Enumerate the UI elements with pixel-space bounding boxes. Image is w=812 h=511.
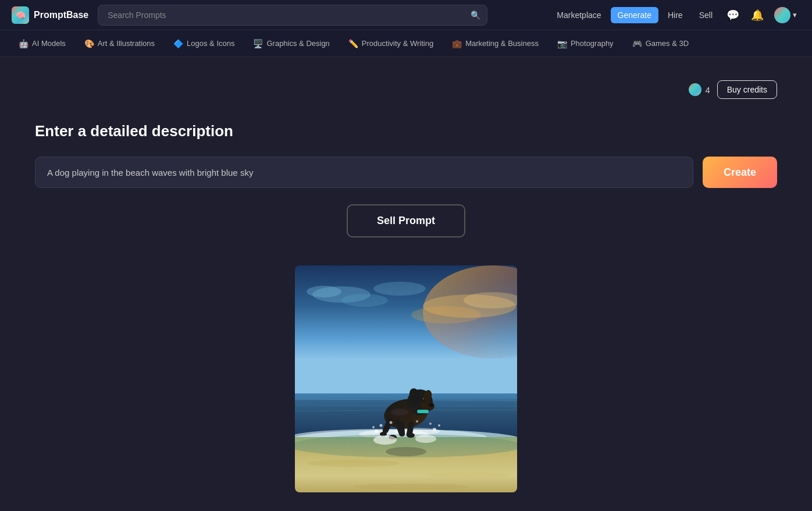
svg-point-47 xyxy=(390,421,393,424)
beach-dog-svg xyxy=(295,265,517,492)
svg-point-7 xyxy=(341,294,388,307)
create-button[interactable]: Create xyxy=(703,157,777,188)
search-bar-container: 🔍 xyxy=(98,5,487,26)
svg-point-46 xyxy=(429,423,432,425)
image-container xyxy=(35,265,777,492)
nav-links: Marketplace Generate Hire Sell 💬 🔔 ▾ xyxy=(550,5,800,26)
category-games-3d[interactable]: 🎮 Games & 3D xyxy=(625,36,696,52)
svg-rect-29 xyxy=(417,410,429,413)
logo[interactable]: 🧠 PromptBase xyxy=(12,6,88,24)
ai-models-icon: 🤖 xyxy=(19,39,29,48)
category-ai-models-label: AI Models xyxy=(32,39,66,48)
category-art-illustrations[interactable]: 🎨 Art & Illustrations xyxy=(77,36,162,52)
category-productivity-label: Productivity & Writing xyxy=(362,39,433,48)
svg-point-37 xyxy=(408,433,415,438)
svg-point-20 xyxy=(429,472,510,478)
category-marketing-label: Marketing & Business xyxy=(465,39,539,48)
svg-point-51 xyxy=(386,447,426,456)
svg-point-43 xyxy=(380,424,383,427)
nav-marketplace[interactable]: Marketplace xyxy=(550,7,608,23)
generated-image xyxy=(295,265,517,492)
input-row: Create xyxy=(35,157,777,188)
graphics-icon: 🖥️ xyxy=(253,39,263,48)
notifications-icon-button[interactable]: 🔔 xyxy=(746,5,768,25)
category-art-label: Art & Illustrations xyxy=(98,39,155,48)
svg-point-19 xyxy=(307,460,400,467)
nav-generate[interactable]: Generate xyxy=(611,7,658,23)
user-avatar-button[interactable]: ▾ xyxy=(771,5,800,26)
category-games-label: Games & 3D xyxy=(646,39,689,48)
sell-prompt-row: Sell Prompt xyxy=(35,204,777,237)
category-marketing-business[interactable]: 💼 Marketing & Business xyxy=(445,36,546,52)
svg-point-6 xyxy=(307,286,341,297)
description-input[interactable] xyxy=(35,157,693,188)
credits-number: 4 xyxy=(705,85,710,95)
page-title: Enter a detailed description xyxy=(35,122,777,140)
photography-icon: 📷 xyxy=(557,39,567,48)
svg-point-21 xyxy=(353,484,469,489)
search-icon: 🔍 xyxy=(471,10,480,20)
category-ai-models[interactable]: 🤖 AI Models xyxy=(12,36,73,52)
productivity-icon: ✏️ xyxy=(348,39,358,48)
category-logos-icons[interactable]: 🔷 Logos & Icons xyxy=(166,36,241,52)
svg-point-45 xyxy=(438,424,440,427)
sell-prompt-button[interactable]: Sell Prompt xyxy=(347,204,465,237)
main-content: 4 Buy credits Enter a detailed descripti… xyxy=(0,57,812,511)
svg-point-44 xyxy=(433,428,436,431)
navbar: 🧠 PromptBase 🔍 Marketplace Generate Hire… xyxy=(0,0,812,30)
nav-hire[interactable]: Hire xyxy=(661,7,690,23)
svg-point-8 xyxy=(373,282,426,296)
games-icon: 🎮 xyxy=(632,39,642,48)
category-logos-label: Logos & Icons xyxy=(187,39,234,48)
nav-sell[interactable]: Sell xyxy=(692,7,720,23)
category-productivity-writing[interactable]: ✏️ Productivity & Writing xyxy=(341,36,440,52)
svg-point-42 xyxy=(372,426,375,428)
svg-point-40 xyxy=(415,435,436,443)
svg-point-41 xyxy=(375,430,378,433)
category-photography-label: Photography xyxy=(571,39,614,48)
svg-point-48 xyxy=(416,420,418,423)
credits-count-display: 4 xyxy=(689,83,710,96)
search-input[interactable] xyxy=(98,5,487,26)
svg-point-26 xyxy=(429,403,433,407)
logos-icon: 🔷 xyxy=(173,39,183,48)
logo-icon: 🧠 xyxy=(12,6,29,24)
svg-point-39 xyxy=(373,435,397,445)
credits-logo-icon xyxy=(689,83,701,96)
buy-credits-button[interactable]: Buy credits xyxy=(717,80,777,99)
art-icon: 🎨 xyxy=(84,39,94,48)
avatar xyxy=(774,7,790,23)
svg-point-4 xyxy=(411,306,481,324)
svg-point-50 xyxy=(405,407,417,412)
chevron-down-icon: ▾ xyxy=(793,10,797,19)
credits-bar: 4 Buy credits xyxy=(35,80,777,99)
category-graphics-design[interactable]: 🖥️ Graphics & Design xyxy=(246,36,336,52)
category-photography[interactable]: 📷 Photography xyxy=(550,36,621,52)
category-graphics-label: Graphics & Design xyxy=(266,39,329,48)
category-bar: 🤖 AI Models 🎨 Art & Illustrations 🔷 Logo… xyxy=(0,30,812,57)
messages-icon-button[interactable]: 💬 xyxy=(722,5,744,25)
marketing-icon: 💼 xyxy=(452,39,462,48)
logo-text: PromptBase xyxy=(34,10,88,20)
